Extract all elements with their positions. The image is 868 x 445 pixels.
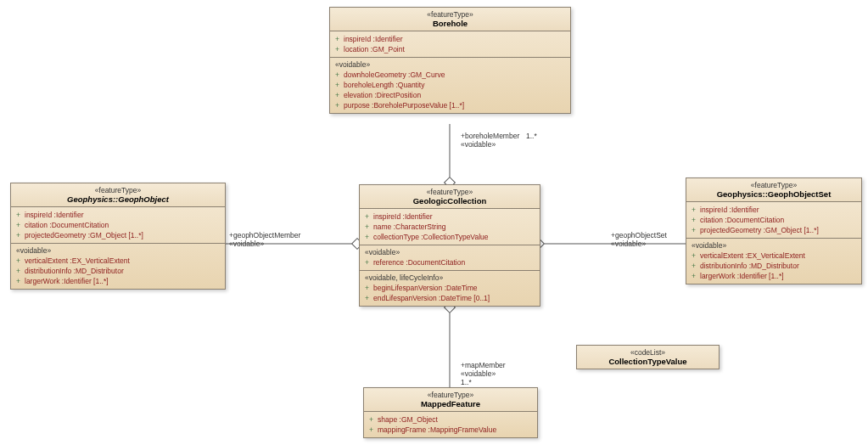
borehole-stereo-label: «voidable» <box>461 140 496 149</box>
geophobjectset-stereotype: «featureType» <box>692 181 856 189</box>
collectiontypevalue-name: CollectionTypeValue <box>582 357 714 366</box>
map-mult-label: 1..* <box>461 378 472 386</box>
geophset-role-label: +geophObjectSet <box>611 231 667 239</box>
class-borehole: «featureType» Borehole +inspireId :Ident… <box>329 7 571 114</box>
geologiccollection-stereotype: «featureType» <box>365 188 535 196</box>
geophobject-stereotype: «featureType» <box>16 186 220 194</box>
borehole-mult-label: 1..* <box>526 132 537 140</box>
class-geophobject: «featureType» Geophysics::GeophObject +i… <box>10 183 226 290</box>
borehole-role-label: +boreholeMember <box>461 132 519 140</box>
map-role-label: +mapMember <box>461 361 506 369</box>
borehole-name: Borehole <box>335 19 565 28</box>
geoph-stereo-label: «voidable» <box>229 239 264 248</box>
geoph-role-label: +geophObjectMember <box>229 231 300 239</box>
class-geologiccollection: «featureType» GeologicCollection +inspir… <box>359 184 540 307</box>
geophobject-name: Geophysics::GeophObject <box>16 194 220 204</box>
map-stereo-label: «voidable» <box>461 369 496 378</box>
mappedfeature-name: MappedFeature <box>369 399 532 408</box>
geophobjectset-name: Geophysics::GeophObjectSet <box>692 189 856 199</box>
class-collectiontypevalue: «codeList» CollectionTypeValue <box>576 345 720 369</box>
geologiccollection-name: GeologicCollection <box>365 196 535 206</box>
geophset-stereo-label: «voidable» <box>611 239 646 248</box>
class-geophobjectset: «featureType» Geophysics::GeophObjectSet… <box>686 177 862 284</box>
class-mappedfeature: «featureType» MappedFeature +shape :GM_O… <box>363 387 538 438</box>
mappedfeature-stereotype: «featureType» <box>369 391 532 399</box>
collectiontypevalue-stereotype: «codeList» <box>582 348 714 357</box>
borehole-stereotype: «featureType» <box>335 10 565 19</box>
